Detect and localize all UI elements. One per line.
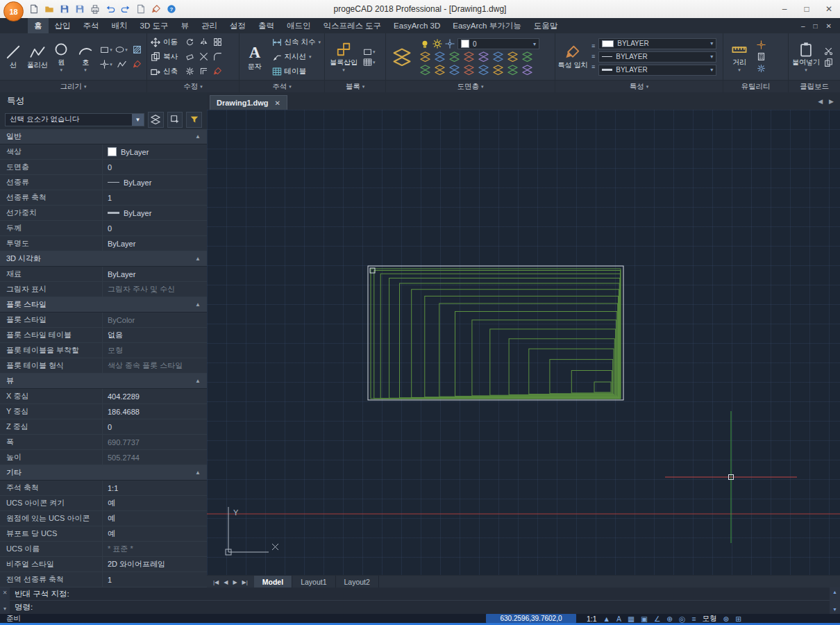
layer-tool-icon[interactable] [507,51,518,62]
draw-group-label[interactable]: 그리기▾ [0,80,146,92]
layer-tool-icon[interactable] [420,65,430,75]
layer-tool-icon[interactable] [464,51,474,62]
stretch-button[interactable]: 신축 [149,65,179,78]
insert-block-button[interactable]: 블록삽입▾ [327,35,360,79]
annotation-scale-indicator[interactable]: 1:1 [587,615,597,623]
explode-button[interactable] [185,67,194,76]
collapse-icon[interactable]: ▲ [195,256,201,262]
property-row[interactable]: UCS 아이콘 켜기예 [0,496,207,511]
rotate-button[interactable] [185,38,194,47]
property-row[interactable]: 그림자 표시그림자 주사 및 수신 [0,282,207,297]
utility-group-label[interactable]: 유틸리티 [723,80,788,92]
mdi-restore-button[interactable]: □ [814,22,818,30]
plot-preview-button[interactable] [135,3,147,15]
property-row[interactable]: 폭690.7737 [0,435,207,450]
leader-button[interactable]: 지시선▾ [271,50,322,63]
collapse-icon[interactable]: ▲ [195,469,201,476]
property-row[interactable]: 뷰포트 당 UCS예 [0,526,207,542]
layer-properties-button[interactable] [388,35,416,79]
lineweight-list-icon[interactable]: ≡ [591,53,595,60]
esnap-toggle-icon[interactable]: ◎ [679,615,685,623]
fillet-button[interactable] [213,52,222,61]
ribbon-tab[interactable]: 뷰 [174,18,195,33]
arc-button[interactable]: 호▾ [74,35,96,79]
annotation-visibility-icon[interactable]: ▲ [603,615,610,623]
copy-clip-button[interactable] [824,58,833,67]
layer-tool-icon[interactable] [449,65,460,75]
section-header[interactable]: 기타▲ [0,465,207,481]
collapse-icon[interactable]: ▲ [195,301,201,308]
property-row[interactable]: Y 중심186.4688 [0,404,207,419]
redo-button[interactable] [119,3,132,15]
sketch-button[interactable] [213,67,222,76]
minimize-button[interactable]: – [773,0,796,18]
drawing-canvas[interactable]: Y [207,110,840,575]
command-panel-menu-icon[interactable]: ▾ [3,606,6,612]
model-space-toggle[interactable]: 모형 [702,614,716,624]
close-button[interactable]: ✕ [818,0,840,18]
text-button[interactable]: 문자 [242,35,268,79]
ribbon-tab[interactable]: 설정 [224,18,252,33]
ribbon-tab[interactable]: 홈 [28,18,49,33]
offset-button[interactable] [199,67,208,76]
quick-dimension-button[interactable]: 신속 치수▾ [271,35,322,49]
id-point-button[interactable] [757,40,766,49]
property-row[interactable]: 플롯 스타일ByColor [0,312,207,328]
mdi-minimize-button[interactable]: – [801,22,805,30]
command-input-line[interactable]: 명령: [10,601,830,614]
property-row[interactable]: X 중심404.2289 [0,389,207,404]
circle-button[interactable]: 원▾ [51,35,73,79]
print-button[interactable] [89,3,101,15]
layer-tool-icon[interactable] [493,65,503,75]
block-group-label[interactable]: 블록▾ [325,80,385,92]
layer-tool-icon[interactable] [420,51,430,62]
ribbon-tab[interactable]: 도움말 [528,18,564,33]
property-row[interactable]: 선종류 축척1 [0,190,207,206]
command-scroll-down-icon[interactable]: ▼ [832,607,837,612]
property-row[interactable]: 재료ByLayer [0,267,207,282]
last-layout-icon[interactable]: ▶| [242,579,248,585]
auto-annotation-icon[interactable]: A [616,615,621,623]
property-row[interactable]: UCS 이름* 표준 * [0,542,207,557]
command-scroll-up-icon[interactable]: ▲ [832,590,837,594]
array-button[interactable] [213,38,222,47]
first-layout-icon[interactable]: |◀ [213,579,219,585]
layer-tool-icon[interactable] [522,65,532,75]
snap-toggle-icon[interactable]: ▣ [641,615,648,623]
layout-tab-layout1[interactable]: Layout1 [292,576,335,588]
move-button[interactable]: 이동 [149,35,179,49]
coordinates-display[interactable]: 630.2596,39.7602,0 [486,614,576,623]
lineweight-control[interactable]: BYLAYER ▾ [598,65,716,76]
app-logo[interactable]: 18 [3,1,24,22]
polar-toggle-icon[interactable]: ⊕ [666,615,673,623]
area-button[interactable] [757,64,766,73]
next-layout-icon[interactable]: ▶ [233,579,237,585]
properties-group-label[interactable]: 특성▾ [555,80,723,92]
ribbon-tab[interactable]: 3D 도구 [134,18,175,33]
property-row[interactable]: 주석 축척1:1 [0,481,207,496]
layer-select[interactable]: 0 ▾ [457,38,539,49]
property-row[interactable]: 플롯 테이블을 부착할모형 [0,343,207,358]
point-tool-button[interactable]: ▾ [100,60,112,69]
lineweight-toggle-icon[interactable]: ≡ [691,615,696,623]
linetype-list-icon[interactable]: ≡ [591,43,595,49]
layer-tool-icon[interactable] [435,65,445,75]
annotate-group-label[interactable]: 주석▾ [240,80,324,92]
ribbon-tab[interactable]: 출력 [252,18,280,33]
calculator-button[interactable] [757,52,766,61]
layer-lock-icon[interactable] [445,39,455,49]
linetype-control[interactable]: BYLAYER ▾ [598,51,716,62]
layer-thaw-icon[interactable] [432,39,442,49]
property-row[interactable]: 두께0 [0,221,207,236]
close-tab-icon[interactable]: ✕ [275,99,280,107]
clean-screen-icon[interactable]: ⊞ [735,615,741,623]
prev-layout-icon[interactable]: ◀ [224,579,228,585]
undo-button[interactable] [104,3,117,15]
property-row[interactable]: 전역 선종류 축척1 [0,572,207,588]
property-row[interactable]: 원점에 있는 UCS 아이콘예 [0,511,207,526]
layer-tool-icon[interactable] [478,65,489,75]
property-row[interactable]: 플롯 테이블 형식색상 종속 플롯 스타일 [0,358,207,374]
quick-select-button[interactable] [167,112,183,128]
new-button[interactable] [28,3,40,15]
distance-button[interactable]: 거리▾ [725,35,753,79]
